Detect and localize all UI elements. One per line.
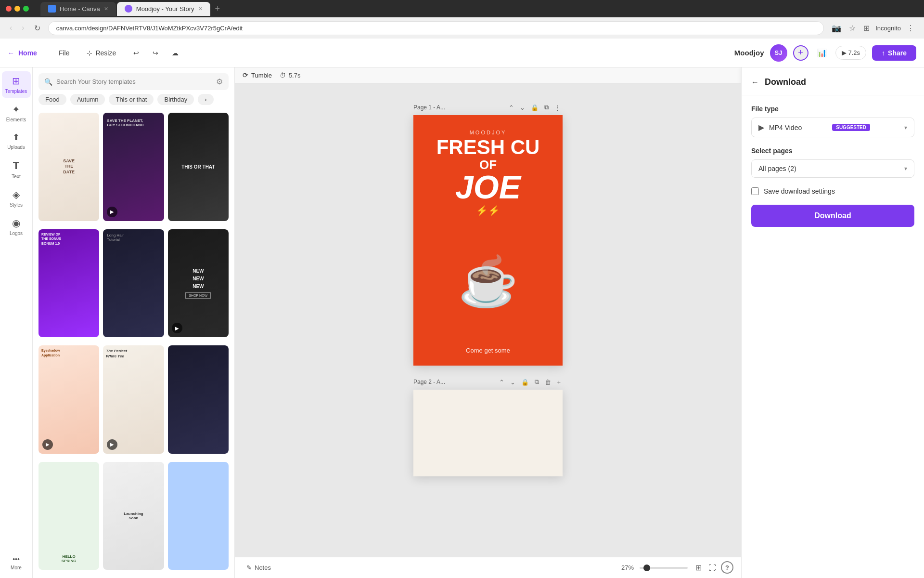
page-1-down-button[interactable]: ⌄ bbox=[518, 103, 527, 112]
analytics-icon[interactable]: 📊 bbox=[814, 45, 830, 60]
user-avatar[interactable]: SJ bbox=[770, 44, 787, 62]
close-traffic-light[interactable] bbox=[6, 6, 12, 12]
category-tags: Food Autumn This or that Birthday › bbox=[33, 94, 234, 109]
help-button[interactable]: ? bbox=[721, 561, 733, 574]
page-1-lock-button[interactable]: 🔒 bbox=[529, 103, 540, 112]
template-card-1[interactable]: SAVETHEDATE bbox=[38, 113, 99, 221]
page-2-number: Page 2 - A... bbox=[413, 379, 445, 385]
canvas-area: Page 1 - A... ⌃ ⌄ 🔒 ⧉ ⋮ bbox=[235, 83, 741, 578]
play-speed-button[interactable]: ▶ 7.2s bbox=[835, 46, 867, 60]
template-card-6[interactable]: NEWNEWNEW SHOP NOW ▶ bbox=[168, 229, 229, 338]
tag-birthday[interactable]: Birthday bbox=[157, 94, 194, 105]
page-2-up-button[interactable]: ⌃ bbox=[497, 377, 506, 387]
page-1-up-button[interactable]: ⌃ bbox=[507, 103, 516, 112]
extensions-icon[interactable]: ⊞ bbox=[861, 22, 872, 35]
search-input-wrap[interactable]: 🔍 ⚙ bbox=[38, 73, 229, 90]
template-card-12[interactable] bbox=[168, 462, 229, 570]
tag-more-categories[interactable]: › bbox=[198, 94, 213, 105]
redo-button[interactable]: ↪ bbox=[147, 46, 164, 60]
main-content: ⊞ Templates ✦ Elements ⬆ Uploads T Text … bbox=[0, 67, 924, 578]
page-1-copy-button[interactable]: ⧉ bbox=[542, 103, 551, 112]
sidebar-item-styles[interactable]: ◈ Styles bbox=[2, 185, 31, 211]
save-settings-label[interactable]: Save download settings bbox=[764, 187, 835, 195]
template-card-11[interactable]: LaunchingSoon bbox=[103, 462, 164, 570]
play-overlay-7: ▶ bbox=[42, 439, 53, 450]
sidebar-item-more[interactable]: ••• More bbox=[2, 552, 31, 574]
save-settings-row: Save download settings bbox=[751, 187, 914, 195]
back-button[interactable]: ‹ bbox=[8, 22, 14, 34]
minimize-traffic-light[interactable] bbox=[14, 6, 20, 12]
page-2-down-button[interactable]: ⌄ bbox=[508, 377, 517, 387]
coffee-text-fresh: FRESH CU bbox=[436, 137, 540, 158]
tag-food[interactable]: Food bbox=[38, 94, 66, 105]
template-card-3[interactable]: THIS OR THAT bbox=[168, 113, 229, 221]
panel-back-button[interactable]: ← bbox=[751, 78, 759, 87]
grid-view-icon[interactable]: ⊞ bbox=[693, 561, 704, 574]
toolbar-right: Moodjoy SJ + 📊 ▶ 7.2s ↑ Share bbox=[734, 44, 916, 62]
canvas-scroller[interactable]: Page 1 - A... ⌃ ⌄ 🔒 ⧉ ⋮ bbox=[235, 83, 741, 557]
address-bar[interactable]: canva.com/design/DAFNVetRTV8/J1WoMZtkPXc… bbox=[48, 21, 824, 35]
undo-button[interactable]: ↩ bbox=[128, 46, 145, 60]
page-2-add-button[interactable]: + bbox=[555, 377, 563, 387]
template-card-4[interactable]: REVIEW OFTHE SONUSBONUM 1.0 bbox=[38, 229, 99, 338]
sidebar-item-elements[interactable]: ✦ Elements bbox=[2, 100, 31, 126]
template-card-2[interactable]: SAVE THE PLANET,BUY SECONDHAND ▶ bbox=[103, 113, 164, 221]
camera-off-icon[interactable]: 📷 bbox=[830, 22, 843, 35]
panel-header: ← Download bbox=[742, 67, 924, 95]
tab-close-canva[interactable]: ✕ bbox=[198, 6, 203, 12]
notes-button[interactable]: ✎ Notes bbox=[243, 562, 275, 573]
menu-icon[interactable]: ⋮ bbox=[905, 22, 916, 35]
page-2-copy-button[interactable]: ⧉ bbox=[533, 377, 541, 387]
file-type-select[interactable]: ▶ MP4 Video SUGGESTED ▾ bbox=[751, 118, 914, 137]
save-settings-checkbox[interactable] bbox=[751, 187, 759, 195]
share-button[interactable]: ↑ Share bbox=[872, 45, 916, 61]
tab-close-home[interactable]: ✕ bbox=[104, 6, 108, 12]
zoom-slider[interactable] bbox=[640, 567, 688, 569]
play-overlay-8: ▶ bbox=[107, 439, 117, 450]
page-2-canvas[interactable] bbox=[413, 390, 563, 476]
save-status-button[interactable]: ☁ bbox=[166, 46, 184, 60]
sidebar-item-text[interactable]: T Text bbox=[2, 156, 31, 183]
file-button[interactable]: File bbox=[53, 46, 76, 60]
sidebar-item-templates[interactable]: ⊞ Templates bbox=[2, 71, 31, 98]
search-input[interactable] bbox=[56, 78, 212, 85]
bottom-bar: ✎ Notes 27% ⊞ ⛶ ? bbox=[235, 557, 741, 578]
lightning-bolts: ⚡⚡ bbox=[476, 205, 500, 216]
coffee-headline: FRESH CU OF JOE ⚡⚡ bbox=[436, 137, 540, 216]
traffic-lights bbox=[6, 6, 29, 12]
tab-canva[interactable]: Moodjoy - Your Story ✕ bbox=[117, 2, 210, 16]
select-pages-select[interactable]: All pages (2) ▾ bbox=[751, 159, 914, 178]
refresh-button[interactable]: ↻ bbox=[32, 22, 42, 35]
tab-home[interactable]: Home - Canva ✕ bbox=[40, 2, 116, 16]
filter-icon[interactable]: ⚙ bbox=[216, 77, 223, 86]
templates-icon: ⊞ bbox=[12, 75, 20, 87]
maximize-traffic-light[interactable] bbox=[23, 6, 29, 12]
fullscreen-icon[interactable]: ⛶ bbox=[706, 561, 718, 574]
star-icon[interactable]: ☆ bbox=[847, 22, 858, 35]
sidebar-item-logos[interactable]: ◉ Logos bbox=[2, 213, 31, 240]
home-button[interactable]: ← Home bbox=[8, 49, 37, 57]
template-card-5[interactable]: Long HairTutorial bbox=[103, 229, 164, 338]
add-collaborator-button[interactable]: + bbox=[793, 45, 808, 61]
template-card-8[interactable]: The PerfectWhite Tee ▶ bbox=[103, 345, 164, 454]
template-card-10[interactable]: HELLOSPRING bbox=[38, 462, 99, 570]
resize-button[interactable]: ⊹ Resize bbox=[81, 46, 122, 60]
download-button[interactable]: Download bbox=[751, 205, 914, 227]
file-type-select-wrap: ▶ MP4 Video SUGGESTED ▾ bbox=[751, 118, 914, 137]
forward-button[interactable]: › bbox=[20, 22, 26, 34]
sidebar-item-uploads[interactable]: ⬆ Uploads bbox=[2, 128, 31, 154]
page-1-delete-button[interactable]: ⋮ bbox=[552, 103, 563, 112]
page-2-lock-button[interactable]: 🔒 bbox=[519, 377, 531, 387]
template-card-7[interactable]: EyeshadowApplication ▶ bbox=[38, 345, 99, 454]
home-icon: ← bbox=[8, 49, 14, 57]
page-2-delete-button[interactable]: 🗑 bbox=[543, 377, 553, 387]
tag-this-or-that[interactable]: This or that bbox=[109, 94, 154, 105]
tag-autumn[interactable]: Autumn bbox=[70, 94, 105, 105]
canvas-container: ⟳ Tumble ⏱ 5.7s Page 1 - A... bbox=[235, 67, 741, 578]
coffee-text-joe: JOE bbox=[455, 172, 521, 202]
coffee-brand: MOODJOY bbox=[470, 130, 507, 135]
suggested-badge: SUGGESTED bbox=[832, 124, 870, 131]
template-card-9[interactable] bbox=[168, 345, 229, 454]
new-tab-button[interactable]: + bbox=[211, 2, 224, 16]
page-1-canvas[interactable]: MOODJOY FRESH CU OF JOE ⚡⚡ ☕ Come bbox=[413, 115, 563, 366]
